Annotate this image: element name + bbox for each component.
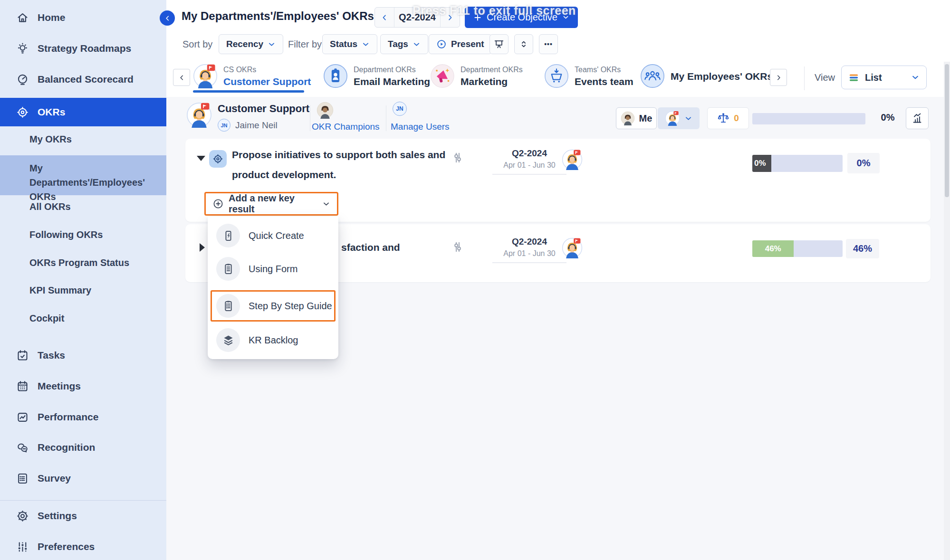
sidebar-subitem-kpi-summary[interactable]: KPI Summary: [0, 279, 166, 302]
section-title: Customer Support: [218, 103, 309, 115]
section-divider: [386, 105, 386, 131]
sidebar-item-meetings[interactable]: Meetings: [0, 374, 166, 399]
sidebar-subitem-cockpit[interactable]: Cockpit: [0, 307, 166, 330]
sidebar-item-label: Performance: [38, 411, 98, 423]
sort-value: Recency: [226, 39, 263, 49]
quarter-prev-button[interactable]: [375, 8, 394, 27]
objective-dates: Apr 01 - Jun 30: [492, 249, 566, 258]
objective-dates: Apr 01 - Jun 30: [492, 161, 566, 170]
presentation-board-button[interactable]: [489, 34, 509, 54]
people-group-icon: [640, 64, 665, 88]
tab-my-employees-okrs[interactable]: My Employees' OKRs: [640, 64, 773, 88]
sidebar-item-recognition[interactable]: Recognition: [0, 435, 166, 460]
owner-initials-badge: JN: [218, 119, 230, 132]
objective-progress-percent: 46%: [846, 239, 879, 258]
more-options-button[interactable]: •••: [539, 34, 558, 54]
sidebar-item-label: Tasks: [38, 350, 65, 361]
tabs-scroll-prev-button[interactable]: [173, 69, 190, 86]
objective-period[interactable]: Q2-2024 Apr 01 - Jun 30: [492, 148, 566, 175]
expand-objective-caret[interactable]: [200, 243, 205, 252]
tab-title-label: Events team: [575, 75, 633, 88]
tags-filter-dropdown[interactable]: Tags: [380, 34, 428, 54]
expand-collapse-all-button[interactable]: [514, 34, 533, 54]
section-chart-button[interactable]: [906, 107, 929, 129]
tab-title-label: Email Marketing: [354, 75, 430, 88]
sidebar-item-performance[interactable]: Performance: [0, 405, 166, 429]
me-filter-button[interactable]: Me: [616, 107, 657, 129]
sidebar-item-label: Recognition: [38, 442, 95, 453]
lightbulb-icon: [16, 42, 29, 55]
sidebar-subitem-okrs-program-status[interactable]: OKRs Program Status: [0, 251, 166, 274]
tab-events-team[interactable]: Teams' OKRs Events team: [544, 64, 633, 88]
objective-title-fragment[interactable]: sfaction and: [341, 237, 400, 257]
sort-by-label: Sort by: [182, 39, 212, 50]
alignment-icon[interactable]: [451, 151, 464, 164]
filter-by-label: Filter by: [288, 39, 322, 50]
sort-dropdown[interactable]: Recency: [219, 34, 283, 54]
menu-item-step-by-step-guide[interactable]: Step By Step Guide: [208, 291, 338, 321]
quarter-selector: Q2-2024: [374, 7, 460, 28]
quarter-next-button[interactable]: [441, 8, 460, 27]
view-selector-dropdown[interactable]: List: [841, 66, 927, 89]
tab-customer-support[interactable]: CS OKRs Customer Support: [193, 64, 311, 88]
sidebar-item-okrs[interactable]: OKRs: [0, 98, 166, 126]
manage-users-link[interactable]: Manage Users: [391, 122, 450, 132]
objective-progress-bar: 46%: [752, 240, 843, 257]
scrollbar[interactable]: [944, 62, 950, 560]
chevron-down-icon: [322, 200, 330, 208]
sidebar: Home Strategy Roadmaps Balanced Scorecar…: [0, 0, 166, 560]
sidebar-collapse-button[interactable]: [160, 10, 175, 26]
create-objective-button[interactable]: Create Objective: [465, 7, 578, 28]
tab-category-label: Teams' OKRs: [575, 65, 633, 75]
objective-owner-avatar[interactable]: [562, 149, 583, 170]
tab-category-label: CS OKRs: [223, 65, 311, 75]
sidebar-item-preferences[interactable]: Preferences: [0, 534, 166, 559]
objective-quarter: Q2-2024: [492, 237, 566, 247]
objective-title[interactable]: Propose initiatives to support both sale…: [232, 145, 458, 185]
plus-circle-icon: [212, 198, 224, 209]
sliders-icon: [16, 541, 29, 553]
objective-owner-avatar[interactable]: [562, 237, 583, 258]
sidebar-subitem-all-okrs[interactable]: All OKRs: [0, 195, 166, 218]
present-button[interactable]: Present: [429, 34, 492, 54]
sidebar-subitem-my-departments-okrs[interactable]: My Departments'/Employees' OKRs: [0, 155, 166, 195]
icon-circle: [216, 224, 240, 247]
chevron-right-icon: [446, 14, 454, 21]
sidebar-subitem-following-okrs[interactable]: Following OKRs: [0, 223, 166, 246]
menu-item-using-form[interactable]: Using Form: [208, 254, 338, 284]
chevron-down-icon: [362, 40, 370, 48]
sidebar-item-strategy-roadmaps[interactable]: Strategy Roadmaps: [0, 36, 166, 61]
assignee-group-dropdown[interactable]: [658, 107, 700, 129]
menu-item-quick-create[interactable]: Quick Create: [208, 220, 338, 251]
objective-progress-badge: 0%: [752, 155, 771, 172]
tab-email-marketing[interactable]: Department OKRs Email Marketing: [323, 64, 430, 88]
ellipsis-icon: •••: [544, 40, 553, 48]
sidebar-item-tasks[interactable]: Tasks: [0, 343, 166, 368]
status-filter-dropdown[interactable]: Status: [322, 34, 377, 54]
objective-progress-bar: [771, 155, 843, 172]
quarter-value[interactable]: Q2-2024: [394, 8, 441, 27]
tab-category-label: Department OKRs: [461, 65, 523, 75]
objective-period[interactable]: Q2-2024 Apr 01 - Jun 30: [492, 237, 566, 263]
gauge-icon: [16, 73, 29, 86]
menu-item-kr-backlog[interactable]: KR Backlog: [208, 325, 338, 355]
collapse-objective-caret[interactable]: [197, 156, 205, 161]
tab-marketing[interactable]: Department OKRs Marketing: [430, 64, 523, 88]
sidebar-subitem-my-okrs[interactable]: My OKRs: [0, 128, 166, 151]
megaphone-icon: [430, 64, 455, 88]
sidebar-item-balanced-scorecard[interactable]: Balanced Scorecard: [0, 67, 166, 92]
sidebar-item-home[interactable]: Home: [0, 5, 166, 30]
scrollbar-thumb[interactable]: [945, 64, 949, 197]
sidebar-item-survey[interactable]: Survey: [0, 466, 166, 491]
weight-value: 0: [734, 113, 739, 123]
tab-category-label: Department OKRs: [354, 65, 430, 75]
add-key-result-button[interactable]: Add a new key result: [204, 192, 338, 216]
okr-champions-link[interactable]: OKR Champions: [312, 122, 380, 132]
chevron-down-icon: [562, 14, 569, 21]
alignment-icon[interactable]: [451, 240, 464, 254]
weight-toggle-button[interactable]: 0: [707, 107, 749, 129]
tabs-scroll-next-button[interactable]: [770, 69, 787, 86]
sidebar-item-settings[interactable]: Settings: [0, 503, 166, 528]
me-avatar: [621, 111, 635, 125]
me-label: Me: [639, 113, 653, 124]
